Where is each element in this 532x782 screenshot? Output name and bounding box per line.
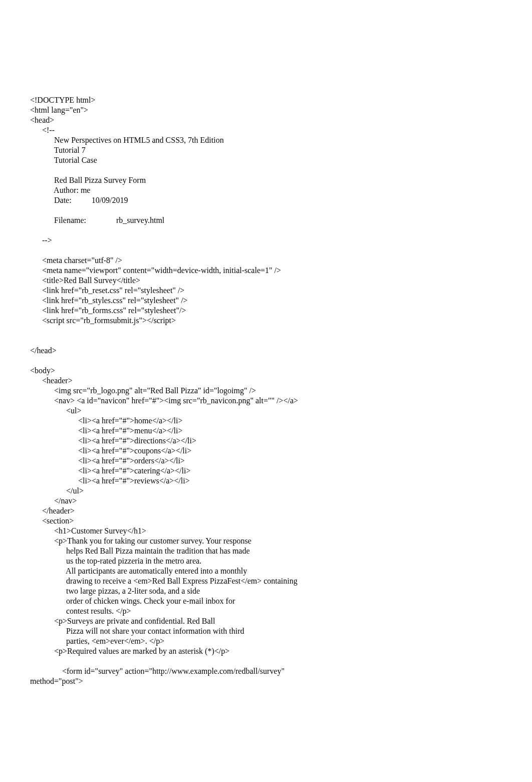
code-line: <title>Red Ball Survey</title>: [30, 276, 532, 286]
code-line: [30, 336, 532, 346]
code-line: [30, 656, 532, 666]
code-line: helps Red Ball Pizza maintain the tradit…: [30, 546, 532, 556]
code-line: contest results. </p>: [30, 606, 532, 616]
code-line: Author: me: [30, 185, 532, 195]
code-line: <!DOCTYPE html>: [30, 95, 532, 105]
code-line: <html lang="en">: [30, 105, 532, 115]
code-line: <link href="rb_reset.css" rel="styleshee…: [30, 286, 532, 296]
code-line: [30, 356, 532, 366]
code-line: <section>: [30, 516, 532, 526]
code-line: New Perspectives on HTML5 and CSS3, 7th …: [30, 135, 532, 145]
code-line: [30, 165, 532, 175]
code-line: us the top-rated pizzeria in the metro a…: [30, 556, 532, 566]
code-line: [30, 205, 532, 215]
code-line: <ul>: [30, 406, 532, 416]
code-line: Tutorial 7: [30, 145, 532, 155]
code-line: <!--: [30, 125, 532, 135]
code-line: <body>: [30, 366, 532, 376]
code-line: </header>: [30, 506, 532, 516]
code-line: [30, 225, 532, 235]
code-line: Tutorial Case: [30, 155, 532, 165]
code-document: <!DOCTYPE html><html lang="en"><head> <!…: [30, 95, 532, 686]
code-line: [30, 326, 532, 336]
code-line: <li><a href="#">home</a></li>: [30, 416, 532, 426]
code-line: <head>: [30, 115, 532, 125]
code-line: two large pizzas, a 2-liter soda, and a …: [30, 586, 532, 596]
code-line: <meta charset="utf-8" />: [30, 255, 532, 266]
code-line: Filename: rb_survey.html: [30, 215, 532, 225]
code-line: method="post">: [30, 676, 532, 686]
code-line: <meta name="viewport" content="width=dev…: [30, 266, 532, 276]
code-line: <p>Surveys are private and confidential.…: [30, 616, 532, 626]
code-line: Red Ball Pizza Survey Form: [30, 175, 532, 185]
code-line: </nav>: [30, 496, 532, 506]
code-line: <p>Required values are marked by an aste…: [30, 646, 532, 656]
code-line: order of chicken wings. Check your e-mai…: [30, 596, 532, 606]
code-line: Date: 10/09/2019: [30, 195, 532, 205]
code-line: <nav> <a id="navicon" href="#"><img src=…: [30, 396, 532, 406]
code-line: <li><a href="#">coupons</a></li>: [30, 446, 532, 456]
code-line: All participants are automatically enter…: [30, 566, 532, 576]
code-line: <header>: [30, 376, 532, 386]
code-line: [30, 245, 532, 255]
code-line: <li><a href="#">catering</a></li>: [30, 466, 532, 476]
code-line: <p>Thank you for taking our customer sur…: [30, 536, 532, 546]
code-line: <li><a href="#">directions</a></li>: [30, 436, 532, 446]
code-line: -->: [30, 235, 532, 245]
code-line: <li><a href="#">orders</a></li>: [30, 456, 532, 466]
code-line: parties, <em>ever</em>. </p>: [30, 636, 532, 646]
code-line: <img src="rb_logo.png" alt="Red Ball Piz…: [30, 386, 532, 396]
code-line: </head>: [30, 346, 532, 356]
code-line: </ul>: [30, 486, 532, 496]
code-line: drawing to receive a <em>Red Ball Expres…: [30, 576, 532, 586]
code-line: <form id="survey" action="http://www.exa…: [30, 666, 532, 676]
code-line: <li><a href="#">reviews</a></li>: [30, 476, 532, 486]
code-line: <link href="rb_forms.css" rel="styleshee…: [30, 306, 532, 316]
code-line: <h1>Customer Survey</h1>: [30, 526, 532, 536]
code-line: <link href="rb_styles.css" rel="styleshe…: [30, 296, 532, 306]
code-line: <script src="rb_formsubmit.js"></script>: [30, 316, 532, 326]
code-line: <li><a href="#">menu</a></li>: [30, 426, 532, 436]
code-line: Pizza will not share your contact inform…: [30, 626, 532, 636]
